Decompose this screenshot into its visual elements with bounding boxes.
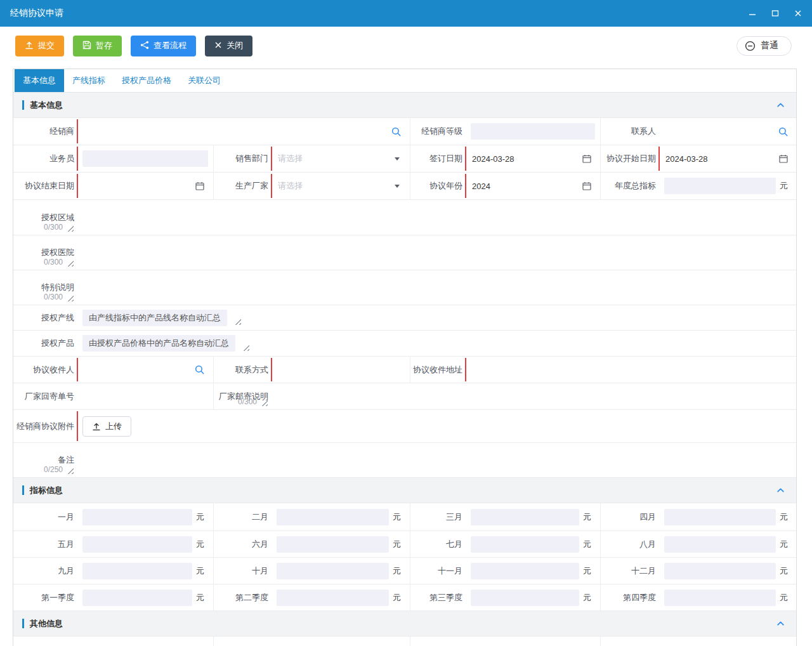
month-input[interactable] — [471, 563, 579, 579]
view-flow-label: 查看流程 — [154, 40, 187, 51]
save-draft-button[interactable]: 暂存 — [73, 36, 122, 56]
quarter-input[interactable] — [471, 590, 579, 606]
contact-way-field[interactable] — [272, 357, 410, 383]
month-input[interactable] — [82, 536, 192, 553]
chevron-up-icon[interactable] — [774, 617, 787, 630]
upload-button[interactable]: 上传 — [82, 416, 131, 437]
month-input[interactable] — [277, 536, 389, 553]
month-field: 元 — [659, 558, 797, 584]
priority-badge[interactable]: 普通 — [737, 36, 792, 56]
resize-handle-icon[interactable] — [65, 466, 74, 474]
quarter-field: 元 — [77, 584, 213, 610]
resize-handle-icon[interactable] — [241, 343, 249, 351]
tab-related-company[interactable]: 关联公司 — [180, 69, 229, 92]
quarter-input[interactable] — [664, 590, 776, 606]
month-input[interactable] — [664, 563, 776, 579]
contact-way-label: 联系方式 — [213, 357, 272, 383]
unit-label: 元 — [393, 539, 401, 550]
manufacturer-select[interactable]: 请选择 — [272, 173, 410, 199]
start-date-field[interactable]: 2024-03-28 — [659, 145, 797, 172]
tab-basic-info[interactable]: 基本信息 — [15, 69, 64, 92]
salesman-field[interactable] — [77, 145, 213, 172]
resize-handle-icon[interactable] — [233, 317, 241, 325]
submit-label: 提交 — [38, 40, 55, 51]
salesman-input[interactable] — [82, 150, 208, 167]
month-input[interactable] — [82, 563, 192, 579]
minimize-icon[interactable] — [749, 10, 756, 17]
month-input[interactable] — [277, 563, 389, 579]
quarter-label: 第二季度 — [213, 584, 272, 610]
auth-product-readonly-value: 由授权产品价格中的产品名称自动汇总 — [82, 335, 235, 352]
resize-handle-icon[interactable] — [65, 223, 74, 232]
annual-target-input[interactable] — [664, 178, 776, 194]
indicator-section-header: 指标信息 — [13, 478, 796, 503]
contact-label: 联系人 — [600, 118, 659, 145]
chevron-up-icon[interactable] — [774, 98, 787, 112]
contact-field[interactable] — [659, 118, 797, 145]
upload-label: 上传 — [105, 421, 122, 432]
end-date-field[interactable] — [77, 173, 213, 199]
submit-button[interactable]: 提交 — [15, 36, 64, 56]
calendar-icon[interactable] — [195, 181, 204, 190]
month-input[interactable] — [471, 509, 579, 525]
agreement-year-field[interactable]: 2024 — [466, 173, 600, 199]
calendar-icon[interactable] — [779, 154, 788, 163]
calendar-icon[interactable] — [582, 154, 591, 163]
search-icon[interactable] — [195, 365, 204, 374]
month-label: 六月 — [213, 531, 272, 557]
month-input[interactable] — [471, 536, 579, 553]
return-no-field[interactable] — [77, 383, 213, 409]
window-title: 经销协议申请 — [10, 8, 749, 19]
attachment-label: 经销商协议附件 — [13, 410, 77, 442]
month-label: 十月 — [213, 558, 272, 584]
month-label: 七月 — [410, 531, 466, 557]
month-input[interactable] — [664, 509, 776, 525]
chevron-up-icon[interactable] — [774, 484, 787, 497]
form-row: 协议收件人 联系方式 协议收件地址 — [13, 357, 796, 383]
form-row: 经销商协议附件 上传 — [13, 410, 796, 443]
resize-handle-icon[interactable] — [259, 398, 268, 406]
month-input[interactable] — [664, 536, 776, 553]
resize-handle-icon[interactable] — [65, 293, 74, 301]
tab-product-line-indicators[interactable]: 产线指标 — [64, 69, 114, 92]
tab-authorized-product-price[interactable]: 授权产品价格 — [114, 69, 180, 92]
annual-target-field[interactable]: 元 — [659, 173, 797, 199]
select-placeholder: 请选择 — [272, 180, 395, 192]
search-icon[interactable] — [778, 127, 788, 136]
form-row: 授权区域 0/300 — [13, 200, 796, 235]
dealer-level-input[interactable] — [471, 123, 595, 140]
unit-label: 元 — [583, 592, 591, 603]
recipient-label: 协议收件人 — [13, 357, 77, 383]
quarter-label: 第四季度 — [600, 584, 659, 610]
dealer-level-field[interactable] — [466, 118, 600, 145]
sales-dept-select[interactable]: 请选择 — [272, 145, 410, 172]
dealer-field[interactable] — [77, 118, 410, 145]
save-icon — [82, 41, 91, 51]
month-label: 三月 — [410, 503, 466, 531]
search-icon[interactable] — [391, 127, 401, 136]
recipient-field[interactable] — [77, 357, 213, 383]
other-section-title: 其他信息 — [30, 618, 774, 630]
unit-label: 元 — [196, 592, 204, 603]
quarter-input[interactable] — [277, 590, 389, 606]
month-input[interactable] — [82, 509, 192, 525]
close-button[interactable]: 关闭 — [205, 36, 252, 56]
unit-label: 元 — [196, 511, 204, 523]
month-input[interactable] — [277, 509, 389, 525]
view-flow-button[interactable]: 查看流程 — [131, 36, 196, 56]
quarter-field: 元 — [272, 584, 410, 610]
dealer-level-label: 经销商等级 — [410, 118, 466, 145]
calendar-icon[interactable] — [582, 181, 591, 190]
empty-label — [410, 636, 466, 646]
resize-handle-icon[interactable] — [65, 258, 74, 267]
form-row: 特别说明 0/300 — [13, 270, 796, 305]
close-window-icon[interactable] — [794, 10, 802, 17]
form-row: 授权产品 由授权产品价格中的产品名称自动汇总 — [13, 331, 796, 357]
form-row: 经销商 经销商等级 联系人 — [13, 118, 796, 145]
section-accent-bar — [22, 485, 24, 495]
quarter-input[interactable] — [82, 590, 192, 606]
month-label: 八月 — [600, 531, 659, 557]
maximize-icon[interactable] — [771, 10, 779, 17]
unit-label: 元 — [583, 565, 591, 577]
sign-date-field[interactable]: 2024-03-28 — [466, 145, 600, 172]
